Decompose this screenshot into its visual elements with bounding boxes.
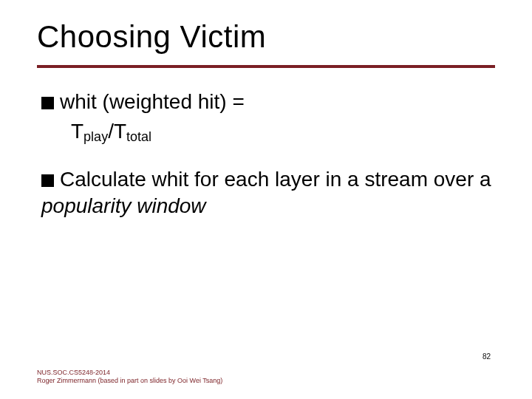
bullet-1-text: whit (weighted hit) = [60,90,245,113]
bullet-icon [41,174,54,187]
formula-sub1: play [83,129,108,144]
title-underline [37,65,495,68]
formula: Tplay/Ttotal [71,118,495,145]
footer-line-1: NUS.SOC.CS5248-2014 [37,369,222,378]
bullet-2: Calculate whit for each layer in a strea… [41,166,495,220]
formula-T2: T [114,120,126,143]
slide-title: Choosing Victim [37,19,266,55]
page-number: 82 [482,352,491,361]
formula-slash: / [108,120,114,143]
footer-line-2: Roger Zimmermann (based in part on slide… [37,377,222,386]
bullet-icon [41,97,54,109]
slide-body: whit (weighted hit) = Tplay/Ttotal Calcu… [41,89,495,241]
bullet-1: whit (weighted hit) = Tplay/Ttotal [41,89,495,146]
formula-sub2: total [126,129,151,144]
formula-T1: T [71,120,83,143]
bullet-2-italic: popularity window [41,194,206,217]
bullet-2-text-part1: Calculate whit for each layer in a strea… [60,168,491,191]
footer: NUS.SOC.CS5248-2014 Roger Zimmermann (ba… [37,369,222,386]
slide: Choosing Victim whit (weighted hit) = Tp… [0,0,532,399]
